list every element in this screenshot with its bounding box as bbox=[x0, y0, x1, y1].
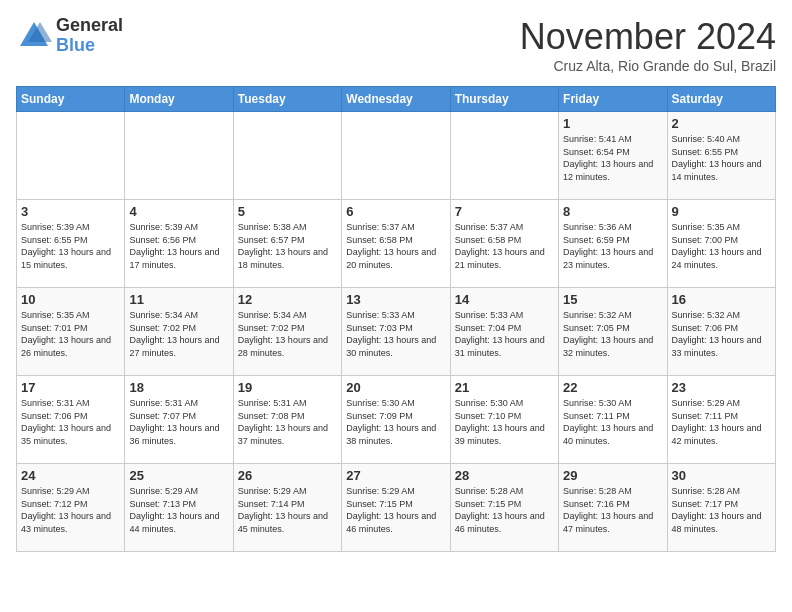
logo: General Blue bbox=[16, 16, 123, 56]
day-cell: 25Sunrise: 5:29 AMSunset: 7:13 PMDayligh… bbox=[125, 464, 233, 552]
header-day-friday: Friday bbox=[559, 87, 667, 112]
day-info: Sunrise: 5:32 AMSunset: 7:05 PMDaylight:… bbox=[563, 309, 662, 359]
day-number: 13 bbox=[346, 292, 445, 307]
header-day-thursday: Thursday bbox=[450, 87, 558, 112]
day-cell: 8Sunrise: 5:36 AMSunset: 6:59 PMDaylight… bbox=[559, 200, 667, 288]
logo-blue-text: Blue bbox=[56, 36, 123, 56]
day-cell: 6Sunrise: 5:37 AMSunset: 6:58 PMDaylight… bbox=[342, 200, 450, 288]
day-cell: 29Sunrise: 5:28 AMSunset: 7:16 PMDayligh… bbox=[559, 464, 667, 552]
day-number: 17 bbox=[21, 380, 120, 395]
day-cell: 20Sunrise: 5:30 AMSunset: 7:09 PMDayligh… bbox=[342, 376, 450, 464]
day-info: Sunrise: 5:33 AMSunset: 7:04 PMDaylight:… bbox=[455, 309, 554, 359]
day-number: 30 bbox=[672, 468, 771, 483]
day-cell: 21Sunrise: 5:30 AMSunset: 7:10 PMDayligh… bbox=[450, 376, 558, 464]
day-info: Sunrise: 5:30 AMSunset: 7:10 PMDaylight:… bbox=[455, 397, 554, 447]
day-cell: 5Sunrise: 5:38 AMSunset: 6:57 PMDaylight… bbox=[233, 200, 341, 288]
day-info: Sunrise: 5:40 AMSunset: 6:55 PMDaylight:… bbox=[672, 133, 771, 183]
day-cell: 9Sunrise: 5:35 AMSunset: 7:00 PMDaylight… bbox=[667, 200, 775, 288]
day-cell: 30Sunrise: 5:28 AMSunset: 7:17 PMDayligh… bbox=[667, 464, 775, 552]
header-day-saturday: Saturday bbox=[667, 87, 775, 112]
day-cell: 16Sunrise: 5:32 AMSunset: 7:06 PMDayligh… bbox=[667, 288, 775, 376]
day-info: Sunrise: 5:34 AMSunset: 7:02 PMDaylight:… bbox=[129, 309, 228, 359]
day-number: 27 bbox=[346, 468, 445, 483]
week-row-2: 3Sunrise: 5:39 AMSunset: 6:55 PMDaylight… bbox=[17, 200, 776, 288]
day-number: 22 bbox=[563, 380, 662, 395]
day-cell: 14Sunrise: 5:33 AMSunset: 7:04 PMDayligh… bbox=[450, 288, 558, 376]
day-cell: 22Sunrise: 5:30 AMSunset: 7:11 PMDayligh… bbox=[559, 376, 667, 464]
day-cell: 17Sunrise: 5:31 AMSunset: 7:06 PMDayligh… bbox=[17, 376, 125, 464]
day-number: 10 bbox=[21, 292, 120, 307]
day-info: Sunrise: 5:34 AMSunset: 7:02 PMDaylight:… bbox=[238, 309, 337, 359]
day-number: 28 bbox=[455, 468, 554, 483]
day-cell: 13Sunrise: 5:33 AMSunset: 7:03 PMDayligh… bbox=[342, 288, 450, 376]
header-day-tuesday: Tuesday bbox=[233, 87, 341, 112]
day-cell: 2Sunrise: 5:40 AMSunset: 6:55 PMDaylight… bbox=[667, 112, 775, 200]
day-info: Sunrise: 5:30 AMSunset: 7:09 PMDaylight:… bbox=[346, 397, 445, 447]
day-info: Sunrise: 5:31 AMSunset: 7:06 PMDaylight:… bbox=[21, 397, 120, 447]
day-info: Sunrise: 5:28 AMSunset: 7:16 PMDaylight:… bbox=[563, 485, 662, 535]
day-info: Sunrise: 5:29 AMSunset: 7:14 PMDaylight:… bbox=[238, 485, 337, 535]
page-header: General Blue November 2024 Cruz Alta, Ri… bbox=[16, 16, 776, 74]
header-day-sunday: Sunday bbox=[17, 87, 125, 112]
logo-text: General Blue bbox=[56, 16, 123, 56]
day-number: 18 bbox=[129, 380, 228, 395]
day-number: 1 bbox=[563, 116, 662, 131]
day-info: Sunrise: 5:37 AMSunset: 6:58 PMDaylight:… bbox=[455, 221, 554, 271]
day-info: Sunrise: 5:37 AMSunset: 6:58 PMDaylight:… bbox=[346, 221, 445, 271]
day-number: 5 bbox=[238, 204, 337, 219]
day-cell bbox=[233, 112, 341, 200]
day-info: Sunrise: 5:29 AMSunset: 7:15 PMDaylight:… bbox=[346, 485, 445, 535]
location-text: Cruz Alta, Rio Grande do Sul, Brazil bbox=[520, 58, 776, 74]
day-info: Sunrise: 5:28 AMSunset: 7:15 PMDaylight:… bbox=[455, 485, 554, 535]
day-number: 14 bbox=[455, 292, 554, 307]
day-number: 6 bbox=[346, 204, 445, 219]
day-number: 7 bbox=[455, 204, 554, 219]
day-info: Sunrise: 5:35 AMSunset: 7:01 PMDaylight:… bbox=[21, 309, 120, 359]
day-cell bbox=[450, 112, 558, 200]
day-info: Sunrise: 5:29 AMSunset: 7:13 PMDaylight:… bbox=[129, 485, 228, 535]
day-number: 15 bbox=[563, 292, 662, 307]
day-cell: 28Sunrise: 5:28 AMSunset: 7:15 PMDayligh… bbox=[450, 464, 558, 552]
day-info: Sunrise: 5:31 AMSunset: 7:07 PMDaylight:… bbox=[129, 397, 228, 447]
day-number: 23 bbox=[672, 380, 771, 395]
week-row-5: 24Sunrise: 5:29 AMSunset: 7:12 PMDayligh… bbox=[17, 464, 776, 552]
day-number: 11 bbox=[129, 292, 228, 307]
day-info: Sunrise: 5:35 AMSunset: 7:00 PMDaylight:… bbox=[672, 221, 771, 271]
day-cell: 27Sunrise: 5:29 AMSunset: 7:15 PMDayligh… bbox=[342, 464, 450, 552]
day-cell: 15Sunrise: 5:32 AMSunset: 7:05 PMDayligh… bbox=[559, 288, 667, 376]
day-cell: 18Sunrise: 5:31 AMSunset: 7:07 PMDayligh… bbox=[125, 376, 233, 464]
day-number: 3 bbox=[21, 204, 120, 219]
day-info: Sunrise: 5:39 AMSunset: 6:55 PMDaylight:… bbox=[21, 221, 120, 271]
day-number: 12 bbox=[238, 292, 337, 307]
day-cell bbox=[342, 112, 450, 200]
logo-icon bbox=[16, 18, 52, 54]
day-number: 8 bbox=[563, 204, 662, 219]
header-day-wednesday: Wednesday bbox=[342, 87, 450, 112]
day-number: 21 bbox=[455, 380, 554, 395]
day-cell: 7Sunrise: 5:37 AMSunset: 6:58 PMDaylight… bbox=[450, 200, 558, 288]
day-cell bbox=[17, 112, 125, 200]
logo-general-text: General bbox=[56, 16, 123, 36]
day-info: Sunrise: 5:31 AMSunset: 7:08 PMDaylight:… bbox=[238, 397, 337, 447]
day-cell: 4Sunrise: 5:39 AMSunset: 6:56 PMDaylight… bbox=[125, 200, 233, 288]
day-number: 19 bbox=[238, 380, 337, 395]
day-number: 26 bbox=[238, 468, 337, 483]
day-info: Sunrise: 5:33 AMSunset: 7:03 PMDaylight:… bbox=[346, 309, 445, 359]
day-number: 20 bbox=[346, 380, 445, 395]
day-number: 2 bbox=[672, 116, 771, 131]
day-number: 9 bbox=[672, 204, 771, 219]
day-cell: 19Sunrise: 5:31 AMSunset: 7:08 PMDayligh… bbox=[233, 376, 341, 464]
week-row-1: 1Sunrise: 5:41 AMSunset: 6:54 PMDaylight… bbox=[17, 112, 776, 200]
day-cell: 24Sunrise: 5:29 AMSunset: 7:12 PMDayligh… bbox=[17, 464, 125, 552]
day-info: Sunrise: 5:32 AMSunset: 7:06 PMDaylight:… bbox=[672, 309, 771, 359]
header-row: SundayMondayTuesdayWednesdayThursdayFrid… bbox=[17, 87, 776, 112]
day-info: Sunrise: 5:29 AMSunset: 7:11 PMDaylight:… bbox=[672, 397, 771, 447]
day-info: Sunrise: 5:29 AMSunset: 7:12 PMDaylight:… bbox=[21, 485, 120, 535]
day-number: 16 bbox=[672, 292, 771, 307]
calendar-table: SundayMondayTuesdayWednesdayThursdayFrid… bbox=[16, 86, 776, 552]
day-cell: 26Sunrise: 5:29 AMSunset: 7:14 PMDayligh… bbox=[233, 464, 341, 552]
day-cell: 23Sunrise: 5:29 AMSunset: 7:11 PMDayligh… bbox=[667, 376, 775, 464]
week-row-4: 17Sunrise: 5:31 AMSunset: 7:06 PMDayligh… bbox=[17, 376, 776, 464]
day-cell: 10Sunrise: 5:35 AMSunset: 7:01 PMDayligh… bbox=[17, 288, 125, 376]
day-cell: 12Sunrise: 5:34 AMSunset: 7:02 PMDayligh… bbox=[233, 288, 341, 376]
